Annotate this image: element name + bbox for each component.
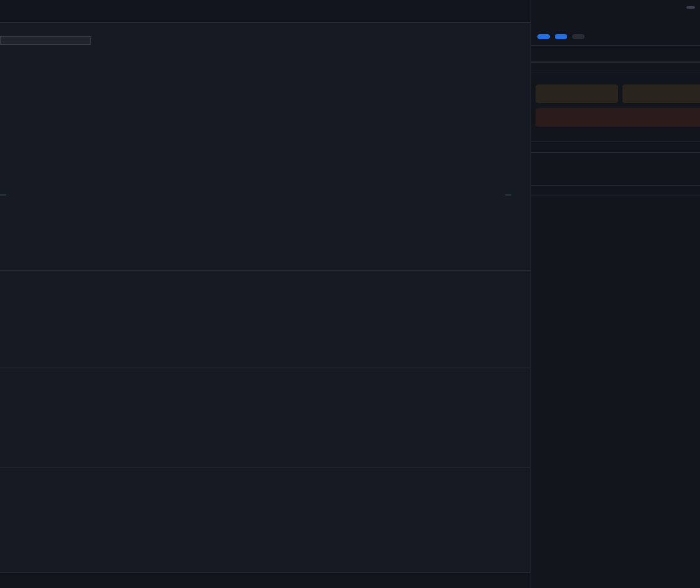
qilin2-chart[interactable] (0, 368, 531, 468)
strength-section (531, 79, 700, 142)
qilin3-chart[interactable] (0, 468, 531, 559)
stock-strength-badge (622, 84, 700, 103)
market-timing-badge (536, 108, 700, 127)
stock-info-panel (531, 0, 700, 588)
f10-button[interactable] (686, 6, 695, 9)
order-book (531, 45, 700, 62)
kline-tooltip (0, 36, 91, 45)
main-kline-panel (0, 23, 531, 270)
industry-tiles (531, 153, 700, 185)
concept-tiles (531, 196, 700, 308)
remove-group-button[interactable] (572, 34, 585, 39)
concept-section-title (531, 185, 700, 196)
qilin3-panel (0, 467, 531, 559)
qilin1-chart[interactable] (0, 271, 531, 368)
quote-grid (531, 73, 700, 79)
period-toolbar (0, 0, 531, 23)
qilin2-panel (0, 368, 531, 467)
price-badge-left (0, 194, 6, 196)
quote-section-title (531, 62, 700, 73)
main-kline-chart[interactable] (0, 23, 531, 270)
add-watchlist-button[interactable] (537, 34, 550, 39)
qilin1-panel (0, 270, 531, 368)
time-axis (0, 559, 531, 572)
strategy-tab-bar (0, 572, 531, 588)
add-group-button[interactable] (555, 34, 567, 39)
sector-strength-badge (536, 84, 618, 103)
industry-section-title (531, 142, 700, 153)
trading-app-window (0, 0, 700, 588)
chart-column (0, 0, 531, 588)
price-badge-right (505, 194, 511, 196)
